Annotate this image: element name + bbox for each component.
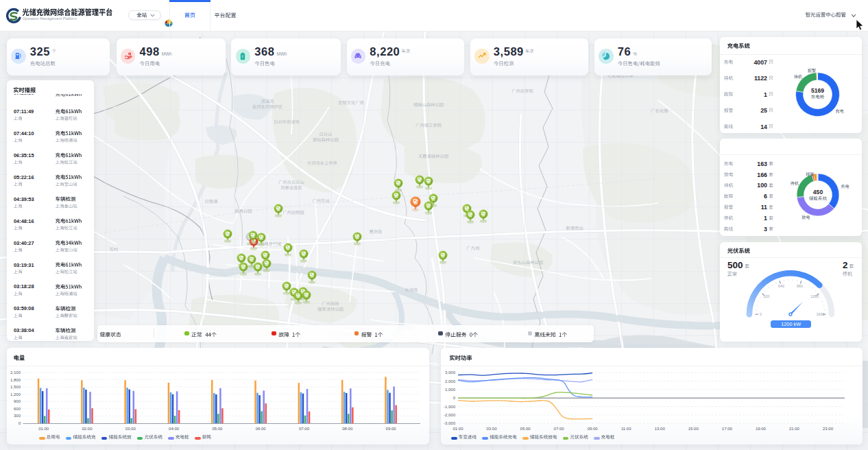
svg-text:1,500: 1,500 (10, 385, 21, 389)
svg-text:-1,000: -1,000 (444, 405, 456, 409)
svg-text:07:00: 07:00 (299, 427, 310, 431)
svg-text:09:00: 09:00 (588, 427, 599, 431)
svg-text:01:00: 01:00 (453, 427, 463, 431)
svg-text:09:00: 09:00 (386, 427, 397, 431)
svg-text:960: 960 (797, 284, 803, 288)
svg-text:01:00: 01:00 (38, 427, 49, 431)
svg-text:03:00: 03:00 (125, 427, 136, 431)
svg-text:900: 900 (14, 399, 21, 403)
svg-text:15:00: 15:00 (688, 427, 699, 431)
svg-text:03:00: 03:00 (487, 427, 498, 431)
svg-text:05:00: 05:00 (212, 427, 223, 431)
svg-text:2,100: 2,100 (10, 370, 21, 375)
svg-text:450: 450 (813, 189, 823, 196)
svg-text:-2,000: -2,000 (444, 413, 456, 417)
svg-text:13:00: 13:00 (655, 427, 666, 431)
svg-text:300: 300 (14, 414, 21, 418)
svg-text:04:00: 04:00 (169, 427, 180, 431)
svg-text:0: 0 (19, 421, 21, 425)
svg-text:1,000: 1,000 (445, 388, 456, 392)
svg-text:11:00: 11:00 (621, 427, 631, 431)
svg-text:17:00: 17:00 (722, 427, 733, 431)
svg-text:19:00: 19:00 (756, 427, 767, 431)
svg-text:600: 600 (14, 407, 21, 411)
svg-text:1,800: 1,800 (10, 378, 21, 382)
svg-text:3,000: 3,000 (445, 370, 456, 375)
svg-text:02:00: 02:00 (82, 427, 93, 431)
svg-text:23:00: 23:00 (823, 427, 834, 431)
svg-text:640: 640 (778, 284, 784, 288)
svg-text:08:00: 08:00 (342, 427, 353, 431)
svg-text:0: 0 (760, 312, 762, 316)
svg-text:320: 320 (763, 294, 769, 298)
svg-text:2,000: 2,000 (445, 379, 456, 383)
svg-text:06:00: 06:00 (256, 427, 267, 431)
svg-text:1,200: 1,200 (10, 392, 21, 396)
svg-text:-3,000: -3,000 (444, 421, 456, 425)
svg-text:21:00: 21:00 (789, 427, 800, 431)
svg-text:1600: 1600 (816, 312, 824, 316)
svg-text:07:00: 07:00 (554, 427, 565, 431)
svg-text:5169: 5169 (811, 87, 824, 94)
svg-text:1280: 1280 (810, 294, 819, 298)
svg-text:0: 0 (453, 396, 456, 400)
svg-text:05:00: 05:00 (520, 427, 531, 431)
